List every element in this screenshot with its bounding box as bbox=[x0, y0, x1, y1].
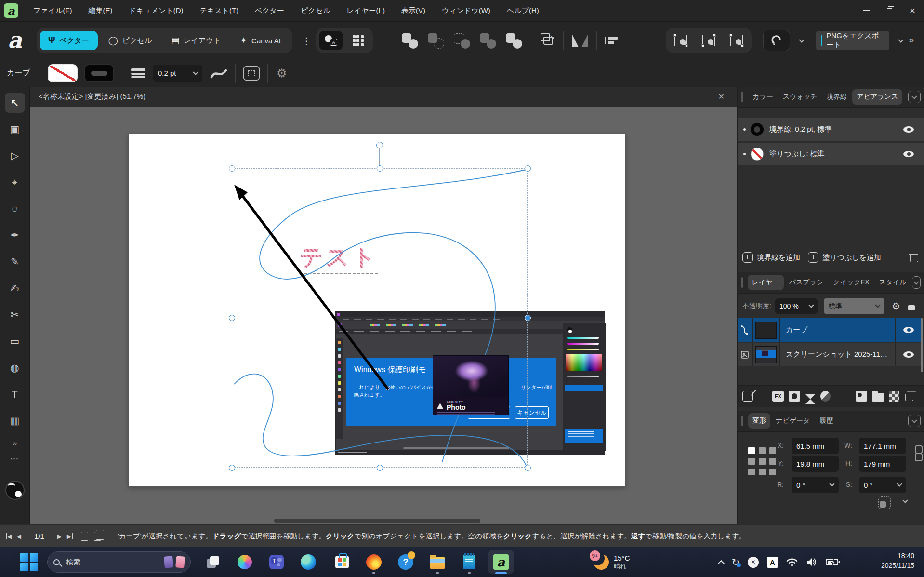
blend-mode-select[interactable]: 標準 bbox=[824, 298, 884, 314]
layer-row[interactable]: カーブ bbox=[738, 318, 922, 342]
start-button[interactable] bbox=[19, 553, 39, 571]
live-filter-button[interactable] bbox=[820, 391, 831, 402]
selection-handle[interactable] bbox=[229, 465, 235, 471]
group-layers-button[interactable] bbox=[872, 393, 884, 402]
selection-handle[interactable] bbox=[525, 315, 531, 321]
appearance-tab[interactable]: アピアランス bbox=[852, 89, 902, 105]
menu-item[interactable]: テキスト(T) bbox=[192, 0, 247, 21]
opacity-select[interactable]: 100 % bbox=[775, 298, 818, 314]
menu-item[interactable]: ドキュメント(D) bbox=[121, 0, 192, 21]
point-transform-tool[interactable]: ⌖ bbox=[5, 172, 25, 192]
flip-mirror-button[interactable] bbox=[571, 33, 589, 48]
transform-tab[interactable]: 変形 bbox=[748, 413, 770, 429]
boolean-divide-button[interactable] bbox=[479, 32, 497, 49]
menu-item[interactable]: ベクター bbox=[247, 0, 292, 21]
chevron-down-icon[interactable] bbox=[902, 497, 908, 503]
add-page-icon[interactable] bbox=[94, 532, 101, 541]
rotation-select[interactable]: 0 ° bbox=[792, 477, 839, 493]
panel-grip[interactable] bbox=[741, 416, 743, 426]
task-view-button[interactable] bbox=[200, 550, 225, 574]
menu-item[interactable]: レイヤー(L) bbox=[339, 0, 393, 21]
add-stroke-button[interactable]: 境界線を追加 bbox=[757, 253, 800, 262]
export-png-button[interactable]: PNGをエクスポート bbox=[816, 31, 889, 50]
transform-mode-button[interactable] bbox=[669, 31, 693, 50]
layers-tab[interactable]: スタイル bbox=[875, 275, 911, 290]
layer-visibility[interactable] bbox=[895, 343, 922, 366]
more-tools-button[interactable]: ⋯ bbox=[5, 453, 25, 465]
vector-brush-tool[interactable]: ✍ bbox=[5, 278, 25, 298]
selection-handle[interactable] bbox=[377, 465, 383, 471]
first-page-button[interactable]: ◀ bbox=[6, 533, 12, 540]
layers-tab[interactable]: レイヤー bbox=[748, 275, 784, 290]
menu-item[interactable]: 表示(V) bbox=[393, 0, 434, 21]
toolbar-overflow-button[interactable]: » bbox=[909, 34, 914, 45]
export-chevron-icon[interactable] bbox=[898, 37, 903, 42]
persona-overflow-button[interactable]: ⋮ bbox=[302, 35, 311, 47]
stroke-ring-swatch[interactable] bbox=[751, 123, 764, 136]
selection-handle[interactable] bbox=[525, 465, 531, 471]
shear-select[interactable]: 0 ° bbox=[859, 477, 906, 493]
panel-collapse-button[interactable] bbox=[912, 276, 921, 289]
persona-button[interactable]: ✦Canva AI bbox=[231, 31, 290, 50]
minimize-button[interactable] bbox=[855, 0, 878, 21]
sync-icon[interactable]: ↻ bbox=[732, 558, 739, 567]
copilot-button[interactable] bbox=[232, 550, 257, 574]
taskbar-search[interactable]: 検索 bbox=[47, 551, 191, 573]
menu-item[interactable]: 編集(E) bbox=[80, 0, 121, 21]
selection-brush-tool[interactable]: ◌ bbox=[5, 199, 25, 219]
appearance-tab[interactable]: 境界線 bbox=[822, 89, 851, 105]
restore-button[interactable] bbox=[878, 0, 901, 21]
last-page-button[interactable]: ▶ bbox=[67, 533, 73, 540]
pressure-profile-icon[interactable] bbox=[210, 67, 227, 79]
ime-icon[interactable]: A bbox=[767, 557, 778, 568]
pages-icon[interactable] bbox=[81, 532, 88, 541]
transform-tab[interactable]: ナビゲータ bbox=[771, 413, 814, 429]
affinity-taskbar-button[interactable]: a bbox=[488, 550, 514, 574]
stroke-appearance-row[interactable]: 境界線: 0.2 pt, 標準 bbox=[738, 118, 924, 141]
edge-button[interactable] bbox=[296, 550, 321, 574]
stroke-width-select[interactable]: 0.2 pt bbox=[153, 65, 202, 82]
node-tool[interactable]: ▷ bbox=[5, 146, 25, 166]
persona-button[interactable]: ◯ピクセル bbox=[100, 31, 161, 50]
help-app-button[interactable]: ? bbox=[393, 550, 418, 574]
transform-tab[interactable]: 履歴 bbox=[815, 413, 837, 429]
layers-tab[interactable]: クイックFX bbox=[829, 275, 873, 290]
delete-layer-button[interactable] bbox=[905, 392, 913, 401]
crop-tool[interactable]: ▣ bbox=[5, 119, 25, 139]
battery-icon[interactable] bbox=[826, 558, 840, 566]
canvas-viewport[interactable]: テスト Windows 保護印刷モ これにより、お使いのデバイスから、Win リ… bbox=[30, 107, 737, 524]
picture-frame-tool[interactable]: ▥ bbox=[5, 411, 25, 431]
visibility-eye-icon[interactable] bbox=[903, 351, 914, 358]
menu-item[interactable]: ヘルプ(H) bbox=[499, 0, 547, 21]
snapping-button[interactable] bbox=[763, 30, 790, 51]
selection-handle[interactable] bbox=[229, 315, 235, 321]
visibility-eye-icon[interactable] bbox=[903, 126, 914, 133]
add-fill-button[interactable]: 塗りつぶしを追加 bbox=[822, 253, 881, 262]
w-field[interactable]: 177.1 mm bbox=[859, 438, 906, 454]
firefox-button[interactable] bbox=[361, 550, 386, 574]
selection-handle[interactable] bbox=[229, 165, 235, 172]
visibility-eye-icon[interactable] bbox=[903, 327, 914, 333]
fill-none-swatch[interactable] bbox=[751, 148, 764, 161]
move-tool[interactable]: ↖ bbox=[5, 93, 25, 113]
text-tool[interactable]: T bbox=[5, 384, 25, 404]
wifi-icon[interactable] bbox=[786, 557, 798, 567]
rotation-handle[interactable] bbox=[376, 142, 383, 148]
boolean-add-button[interactable] bbox=[401, 32, 419, 49]
plus-icon[interactable] bbox=[808, 252, 818, 263]
image-layer-icon[interactable] bbox=[856, 391, 867, 402]
volume-icon[interactable] bbox=[806, 557, 818, 567]
x-field[interactable]: 61.5 mm bbox=[792, 438, 839, 454]
y-field[interactable]: 19.8 mm bbox=[792, 456, 839, 472]
visibility-eye-icon[interactable] bbox=[903, 151, 914, 157]
transform-origin-icon[interactable] bbox=[878, 496, 891, 509]
power-duplicate-button[interactable]: ↘ bbox=[539, 32, 555, 49]
transform-objects-icon[interactable] bbox=[243, 66, 260, 81]
boolean-combine-button[interactable] bbox=[505, 32, 523, 49]
tray-expand-icon[interactable] bbox=[718, 560, 725, 566]
layer-effects-button[interactable]: FX bbox=[772, 391, 784, 402]
layers-tab[interactable]: パスブラシ bbox=[785, 275, 828, 290]
panel-collapse-button[interactable] bbox=[908, 415, 921, 427]
appearance-tab[interactable]: スウォッチ bbox=[779, 89, 822, 105]
lock-icon[interactable] bbox=[908, 305, 915, 310]
